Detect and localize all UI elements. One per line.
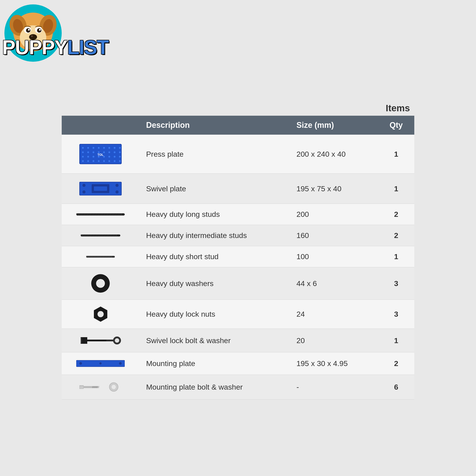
svg-point-34 [93,156,94,158]
svg-rect-51 [94,187,107,191]
svg-point-131 [96,279,105,288]
table-row: Heavy duty intermediate studs1602 [62,225,414,246]
row-image-swivel-lock-bolt [62,329,139,352]
svg-point-151 [119,362,122,365]
content-area: Items Description Size (mm) Qty TOL Pres… [62,103,414,400]
svg-rect-155 [84,386,98,388]
row-size-hd-lock-nuts: 24 [290,300,378,329]
svg-point-43 [98,160,100,162]
table-row: Mounting plate bolt & washer-6 [62,375,414,400]
row-image-hd-washers [62,267,139,300]
table-row: Swivel plate195 x 75 x 401 [62,174,414,204]
row-size-hd-short-stud: 100 [290,246,378,267]
col-header-description: Description [139,116,290,135]
svg-rect-87 [81,235,120,237]
row-desc-hd-intermediate-studs: Heavy duty intermediate studs [139,225,290,246]
row-qty-hd-lock-nuts: 3 [378,300,414,329]
svg-point-8 [26,28,30,33]
icon-press-plate: TOL [68,141,133,167]
svg-point-52 [83,184,85,187]
svg-point-54 [83,190,85,193]
row-image-press-plate: TOL [62,135,139,174]
row-desc-mounting-plate-bolt: Mounting plate bolt & washer [139,375,290,400]
row-size-mounting-plate-bolt: - [290,375,378,400]
header-title: Items [62,103,414,114]
svg-point-150 [79,362,82,365]
col-header-qty: Qty [378,116,414,135]
svg-marker-154 [80,385,84,386]
row-qty-swivel-lock-bolt: 1 [378,329,414,352]
row-size-hd-long-studs: 200 [290,204,378,225]
svg-point-29 [108,151,110,153]
row-qty-swivel-plate: 1 [378,174,414,204]
svg-point-18 [93,147,94,149]
row-size-mounting-plate: 195 x 30 x 4.95 [290,352,378,375]
svg-point-38 [114,156,116,158]
row-qty-hd-intermediate-studs: 2 [378,225,414,246]
table-body: TOL Press plate200 x 240 x 401 Swivel pl… [62,135,414,400]
svg-point-47 [119,160,121,162]
icon-swivel-lock-bolt [68,335,133,346]
svg-point-30 [114,151,116,153]
svg-point-17 [87,147,89,149]
row-desc-mounting-plate: Mounting plate [139,352,290,375]
row-image-hd-intermediate-studs [62,225,139,246]
svg-line-163 [99,386,99,388]
svg-point-55 [116,190,119,193]
svg-point-32 [82,156,84,158]
svg-point-33 [87,156,89,158]
table-row: TOL Press plate200 x 240 x 401 [62,135,414,174]
svg-point-10 [28,29,30,31]
row-desc-hd-short-stud: Heavy duty short stud [139,246,290,267]
row-qty-hd-washers: 3 [378,267,414,300]
logo-text: PUPPY LIST [2,37,108,57]
row-size-hd-intermediate-studs: 160 [290,225,378,246]
row-desc-swivel-plate: Swivel plate [139,174,290,204]
svg-point-26 [93,151,94,153]
watermark-logo: PUPPY LIST [0,0,57,57]
icon-mounting-plate [68,358,133,369]
row-image-hd-long-studs [62,204,139,225]
icon-hd-lock-nuts [68,306,133,323]
svg-marker-135 [81,337,82,344]
list-label: LIST [67,37,108,57]
svg-point-23 [119,147,121,149]
row-image-mounting-plate-bolt [62,375,139,400]
row-image-hd-short-stud [62,246,139,267]
svg-point-53 [116,184,119,187]
icon-hd-intermediate-studs [68,233,133,238]
svg-point-41 [87,160,89,162]
row-desc-hd-washers: Heavy duty washers [139,267,290,300]
row-image-swivel-plate [62,174,139,204]
row-size-hd-washers: 44 x 6 [290,267,378,300]
table-row: Heavy duty long studs2002 [62,204,414,225]
svg-point-39 [119,156,121,158]
col-header-size: Size (mm) [290,116,378,135]
icon-hd-long-studs [68,211,133,218]
row-image-mounting-plate [62,352,139,375]
table-row: Heavy duty short stud1001 [62,246,414,267]
svg-point-152 [99,362,102,364]
table-row: Heavy duty lock nuts243 [62,300,414,329]
col-header-image [62,116,139,135]
row-desc-hd-lock-nuts: Heavy duty lock nuts [139,300,290,329]
svg-point-40 [82,160,84,162]
svg-point-148 [115,338,119,343]
row-qty-press-plate: 1 [378,135,414,174]
svg-point-16 [82,147,84,149]
svg-point-133 [97,311,103,317]
table-header-row: Description Size (mm) Qty [62,116,414,135]
icon-swivel-plate [68,180,133,197]
svg-rect-136 [87,340,114,341]
row-size-press-plate: 200 x 240 x 40 [290,135,378,174]
puppy-label: PUPPY [2,37,67,57]
svg-point-42 [93,160,94,162]
row-size-swivel-lock-bolt: 20 [290,329,378,352]
row-size-swivel-plate: 195 x 75 x 40 [290,174,378,204]
svg-point-45 [108,160,110,162]
svg-point-25 [87,151,89,153]
row-image-hd-lock-nuts [62,300,139,329]
svg-point-46 [114,160,116,162]
row-qty-mounting-plate: 2 [378,352,414,375]
table-row: Swivel lock bolt & washer201 [62,329,414,352]
